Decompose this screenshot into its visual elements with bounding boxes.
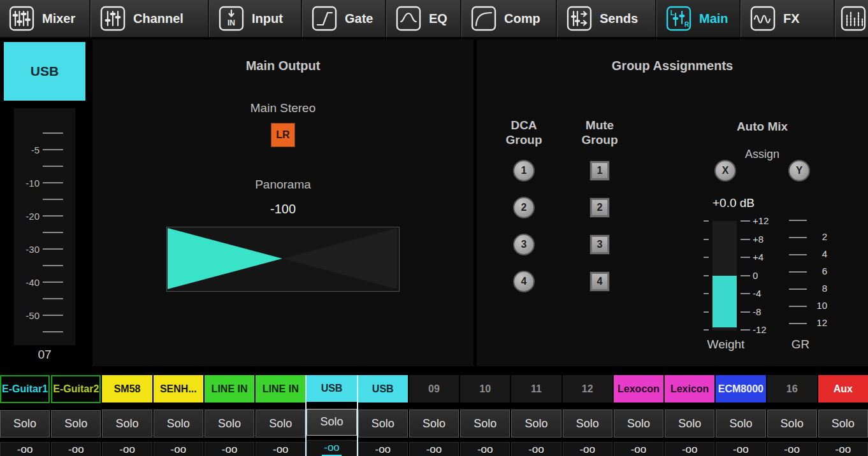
dca-button-2[interactable]: 2 <box>513 197 535 218</box>
channel-solo-button[interactable]: Solo <box>818 410 868 438</box>
tab-eq[interactable]: EQ <box>386 0 461 37</box>
channel-scribble[interactable]: Aux <box>818 375 868 403</box>
channel-level-readout: -oo <box>256 442 305 456</box>
channel-scribble[interactable]: Lexocon <box>614 375 663 403</box>
channel-solo-button[interactable]: Solo <box>358 410 408 438</box>
channel-level-readout: -oo <box>563 442 612 456</box>
tab-channel[interactable]: Channel <box>90 0 209 37</box>
meter-readout: 07 <box>14 348 75 362</box>
tab-label: FX <box>783 11 800 26</box>
main-level-meter: -5-10-20-30-40-50 <box>14 108 75 345</box>
eq-icon <box>396 6 421 31</box>
level-value: -oo <box>322 441 342 456</box>
channel-scribble[interactable]: Lexicon <box>665 375 714 403</box>
channel-column: SM58 Solo -oo <box>102 375 152 456</box>
lr-stereo-button[interactable]: LR <box>271 123 295 147</box>
channel-solo-button[interactable]: Solo <box>205 410 254 438</box>
gate-icon <box>312 6 337 31</box>
tab-sends[interactable]: Sends <box>557 0 656 37</box>
channel-level-readout: -oo <box>307 440 356 456</box>
weight-fader[interactable] <box>712 221 737 331</box>
tab-m[interactable]: M <box>835 0 868 37</box>
channel-solo-button[interactable]: Solo <box>409 410 459 438</box>
dca-button-3[interactable]: 3 <box>513 234 535 255</box>
tab-input[interactable]: INInput <box>209 0 302 37</box>
solo-label: Solo <box>524 417 547 431</box>
channel-scribble[interactable]: LINE IN <box>256 375 305 403</box>
mute-group-label: Mute Group <box>577 118 623 147</box>
channel-scribble[interactable]: USB <box>307 375 356 402</box>
channel-scribble[interactable]: 11 <box>511 375 561 403</box>
channel-scribble[interactable]: 10 <box>460 375 510 403</box>
channel-column: E-Guitar1 Solo -oo <box>0 375 50 456</box>
channel-scribble[interactable]: LINE IN <box>205 375 254 403</box>
tab-gate[interactable]: Gate <box>302 0 386 37</box>
channel-name: E-Guitar1 <box>2 383 48 395</box>
channel-scribble[interactable]: 16 <box>767 375 817 403</box>
automix-assign-x-button[interactable]: X <box>714 160 736 182</box>
channel-column: Lexocon Solo -oo <box>614 375 663 456</box>
channel-solo-button[interactable]: Solo <box>614 410 663 438</box>
gr-label: GR <box>775 338 826 352</box>
solo-label: Solo <box>167 417 190 431</box>
channel-name: 10 <box>479 383 491 395</box>
channel-column: ECM8000 Solo -oo <box>716 375 765 456</box>
meter-tick: -30 <box>14 246 75 252</box>
solo-label: Solo <box>576 417 599 431</box>
automix-assign-y-button[interactable]: Y <box>788 160 810 182</box>
level-value: -oo <box>784 443 800 456</box>
tab-fx[interactable]: FX <box>741 0 835 37</box>
dca-button-4[interactable]: 4 <box>513 271 535 292</box>
level-value: -oo <box>68 443 84 456</box>
channel-scribble[interactable]: 12 <box>563 375 612 403</box>
tab-comp[interactable]: Comp <box>461 0 557 37</box>
level-value: -oo <box>682 443 698 456</box>
channel-solo-button[interactable]: Solo <box>102 410 152 438</box>
solo-label: Solo <box>423 417 445 431</box>
channel-solo-button[interactable]: Solo <box>716 410 765 438</box>
channel-name: 12 <box>582 383 593 395</box>
solo-label: Solo <box>372 417 394 431</box>
solo-label: Solo <box>218 417 241 431</box>
channel-level-readout: -oo <box>0 442 50 456</box>
channel-solo-button[interactable]: Solo <box>665 410 714 438</box>
channel-solo-button[interactable]: Solo <box>460 410 510 438</box>
channel-scribble[interactable]: 09 <box>409 375 459 403</box>
channel-scribble[interactable]: USB <box>358 375 408 403</box>
channel-scribble[interactable]: E-Guitar1 <box>0 375 50 403</box>
tab-mixer[interactable]: Mixer <box>0 0 90 37</box>
channel-solo-button[interactable]: Solo <box>511 410 561 438</box>
channel-column: E-Guitar2 Solo -oo <box>51 375 101 456</box>
group-assignments-title: Group Assignments <box>477 59 868 73</box>
group-assignments-panel: Group Assignments DCA Group Mute Group A… <box>477 39 868 366</box>
channel-solo-button[interactable]: Solo <box>0 410 50 438</box>
tab-label: Input <box>252 11 283 26</box>
mute-button-3[interactable]: 3 <box>590 235 609 254</box>
source-select-button[interactable]: USB <box>4 42 85 101</box>
mute-button-2[interactable]: 2 <box>590 198 609 217</box>
channel-solo-button[interactable]: Solo <box>51 410 101 438</box>
channel-scribble[interactable]: SM58 <box>102 375 152 403</box>
channel-solo-button[interactable]: Solo <box>256 410 305 438</box>
channel-solo-button[interactable]: Solo <box>307 409 356 436</box>
channel-level-readout: -oo <box>767 442 817 456</box>
panorama-slider[interactable] <box>166 227 400 292</box>
channel-scribble[interactable]: ECM8000 <box>716 375 765 403</box>
channel-scribble[interactable]: SENH... <box>154 375 203 403</box>
channel-solo-button[interactable]: Solo <box>767 410 817 438</box>
tab-label: Gate <box>345 11 373 26</box>
tab-label: Channel <box>133 11 184 26</box>
channel-solo-button[interactable]: Solo <box>563 410 612 438</box>
mute-button-1[interactable]: 1 <box>590 161 609 180</box>
channel-name: 11 <box>531 383 542 395</box>
level-value: -oo <box>477 443 493 456</box>
channel-solo-button[interactable]: Solo <box>154 410 203 438</box>
channel-level-readout: -oo <box>716 442 765 456</box>
mute-button-4[interactable]: 4 <box>590 272 609 291</box>
channel-level-readout: -oo <box>460 442 510 456</box>
dca-button-1[interactable]: 1 <box>513 160 535 182</box>
weight-meter[interactable]: +12+8+40-4-8-12 <box>704 221 774 333</box>
tab-main[interactable]: LRMain <box>656 0 741 37</box>
main-output-title: Main Output <box>92 59 474 73</box>
channel-scribble[interactable]: E-Guitar2 <box>51 375 101 403</box>
